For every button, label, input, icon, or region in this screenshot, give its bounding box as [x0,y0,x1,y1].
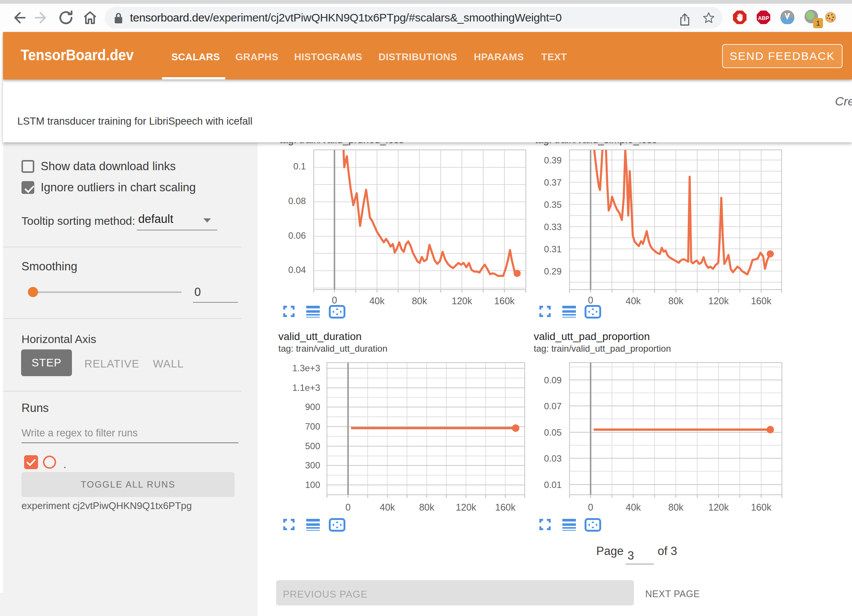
svg-text:0.31: 0.31 [544,244,562,254]
svg-text:1.1e+3: 1.1e+3 [292,383,320,393]
svg-text:0.33: 0.33 [544,222,562,232]
svg-text:0.05: 0.05 [544,427,562,438]
svg-text:0.06: 0.06 [288,230,306,241]
svg-text:0: 0 [332,295,337,305]
svg-text:80k: 80k [419,502,435,512]
svg-text:0.07: 0.07 [544,401,562,411]
svg-text:0: 0 [588,502,593,512]
svg-text:0.01: 0.01 [544,480,562,490]
svg-text:0.03: 0.03 [544,453,562,464]
svg-text:0: 0 [345,502,351,512]
svg-text:900: 900 [305,402,320,412]
svg-text:700: 700 [305,421,320,432]
svg-text:160k: 160k [751,502,772,512]
svg-text:120k: 120k [456,502,476,512]
svg-text:0.35: 0.35 [544,200,562,210]
svg-text:120k: 120k [452,296,472,306]
svg-text:0.37: 0.37 [544,177,562,188]
svg-text:80k: 80k [668,502,684,512]
svg-text:160k: 160k [495,502,516,512]
svg-text:120k: 120k [708,502,729,512]
svg-text:80k: 80k [412,296,427,306]
svg-text:ABP: ABP [758,15,769,21]
svg-text:160k: 160k [494,296,515,306]
svg-text:0.08: 0.08 [288,196,306,206]
svg-text:0.09: 0.09 [544,375,562,385]
svg-text:40k: 40k [380,502,395,512]
svg-text:0.04: 0.04 [288,265,306,275]
svg-text:0.29: 0.29 [544,266,562,276]
svg-text:0: 0 [588,295,593,305]
svg-text:500: 500 [305,441,320,451]
svg-text:300: 300 [305,460,320,470]
svg-text:120k: 120k [708,296,729,306]
svg-text:1.3e+3: 1.3e+3 [292,363,320,373]
svg-text:40k: 40k [626,502,641,512]
svg-text:40k: 40k [370,296,385,306]
svg-text:80k: 80k [668,296,684,306]
svg-text:100: 100 [305,480,320,490]
svg-text:0.39: 0.39 [544,155,562,165]
svg-text:160k: 160k [751,296,772,306]
svg-text:40k: 40k [626,296,641,306]
svg-text:0.1: 0.1 [293,161,306,171]
